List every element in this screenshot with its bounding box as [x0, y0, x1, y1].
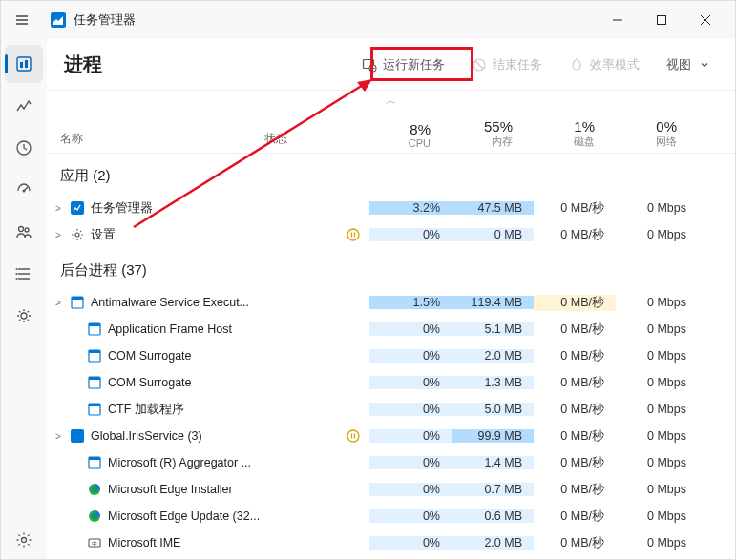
process-row[interactable]: >任务管理器3.2%47.5 MB0 MB/秒0 Mbps — [47, 195, 735, 221]
process-row[interactable]: >Antimalware Service Execut...1.5%119.4 … — [47, 289, 735, 316]
cell-cpu: 0% — [369, 349, 452, 363]
cell-disk: 0 MB/秒 — [534, 348, 616, 364]
expand-icon[interactable]: > — [51, 298, 66, 308]
svg-text:中: 中 — [92, 541, 97, 547]
cell-mem: 2.0 MB — [452, 349, 534, 363]
svg-point-30 — [347, 430, 359, 442]
expand-icon[interactable]: > — [51, 431, 66, 442]
sidebar-item-processes[interactable] — [5, 45, 43, 83]
cell-net: 0 Mbps — [616, 376, 698, 389]
process-icon — [70, 200, 85, 216]
svg-rect-0 — [658, 16, 666, 25]
cell-cpu: 0% — [369, 509, 452, 523]
minimize-button[interactable] — [596, 5, 640, 35]
process-row[interactable]: Microsoft Edge Update (32...0%0.6 MB0 MB… — [47, 503, 735, 529]
process-name: CTF 加载程序 — [108, 402, 280, 418]
header-name[interactable]: 名称 — [47, 110, 264, 153]
run-label: 运行新任务 — [383, 56, 445, 73]
status-icon — [280, 429, 369, 443]
cell-cpu: 0% — [369, 536, 452, 550]
cell-net: 0 Mbps — [616, 349, 698, 363]
cell-disk: 0 MB/秒 — [534, 535, 616, 551]
process-row[interactable]: >设置0%0 MB0 MB/秒0 Mbps — [47, 221, 735, 248]
cell-mem: 99.9 MB — [452, 429, 534, 443]
process-name: Microsoft IME — [108, 536, 280, 550]
header-net[interactable]: 0%网络 — [606, 110, 688, 153]
process-list[interactable]: 应用 (2)>任务管理器3.2%47.5 MB0 MB/秒0 Mbps>设置0%… — [47, 154, 735, 559]
app-icon — [51, 12, 66, 28]
svg-point-12 — [22, 538, 27, 543]
cell-cpu: 0% — [369, 228, 452, 241]
svg-point-17 — [75, 233, 79, 237]
process-icon — [87, 482, 102, 497]
cell-disk: 0 MB/秒 — [534, 321, 616, 338]
cell-net: 0 Mbps — [616, 201, 698, 215]
svg-point-7 — [25, 228, 29, 232]
end-task-button[interactable]: 结束任务 — [466, 52, 548, 77]
cell-net: 0 Mbps — [616, 322, 698, 336]
cell-mem: 0.7 MB — [452, 483, 534, 496]
process-name: 设置 — [91, 227, 280, 243]
process-row[interactable]: COM Surrogate0%2.0 MB0 MB/秒0 Mbps — [47, 342, 735, 369]
cell-disk: 0 MB/秒 — [534, 200, 616, 217]
cell-disk: 0 MB/秒 — [534, 482, 616, 498]
app-title: 任务管理器 — [74, 11, 136, 29]
cell-cpu: 0% — [369, 456, 452, 469]
sidebar-item-settings[interactable] — [5, 521, 43, 559]
chevron-down-icon — [697, 57, 712, 73]
cell-disk: 0 MB/秒 — [534, 428, 616, 445]
view-dropdown[interactable]: 视图 — [661, 52, 718, 77]
efficiency-mode-button[interactable]: 效率模式 — [563, 52, 645, 77]
cell-net: 0 Mbps — [616, 296, 698, 309]
run-new-task-button[interactable]: 运行新任务 — [356, 52, 451, 77]
cell-disk: 0 MB/秒 — [534, 295, 616, 311]
header-cpu[interactable]: 8%CPU — [360, 110, 442, 153]
eff-label: 效率模式 — [590, 56, 640, 73]
sidebar-item-users[interactable] — [5, 213, 43, 251]
process-row[interactable]: CTF 加载程序0%5.0 MB0 MB/秒0 Mbps — [47, 396, 735, 423]
cell-cpu: 3.2% — [369, 201, 452, 215]
process-icon — [70, 428, 85, 444]
process-row[interactable]: Microsoft Network Realtim...0%1.3 MB0 MB… — [47, 556, 735, 559]
header-mem[interactable]: 55%内存 — [442, 110, 524, 153]
cell-net: 0 Mbps — [616, 509, 698, 523]
process-icon — [70, 227, 85, 242]
cell-cpu: 1.5% — [369, 296, 452, 309]
expand-icon[interactable]: > — [51, 203, 66, 214]
header-status[interactable]: 状态 — [264, 110, 360, 153]
process-row[interactable]: Microsoft (R) Aggregator ...0%1.4 MB0 MB… — [47, 449, 735, 476]
sidebar-item-performance[interactable] — [5, 87, 43, 125]
window: 任务管理器 进程 运行新任务 — [0, 0, 736, 560]
process-icon — [87, 348, 102, 363]
collapse-handle[interactable]: ︿ — [47, 91, 735, 110]
process-name: Microsoft Edge Installer — [108, 483, 280, 496]
process-row[interactable]: >Global.IrisService (3)0%99.9 MB0 MB/秒0 … — [47, 423, 735, 449]
maximize-button[interactable] — [640, 5, 683, 35]
process-icon — [87, 321, 102, 337]
sidebar-item-services[interactable] — [5, 297, 43, 335]
svg-point-9 — [16, 273, 18, 275]
cell-mem: 1.4 MB — [452, 456, 534, 469]
cell-mem: 0 MB — [452, 228, 534, 241]
svg-point-11 — [21, 313, 27, 319]
cell-cpu: 0% — [369, 403, 452, 416]
svg-rect-2 — [20, 62, 23, 68]
process-name: Microsoft Edge Update (32... — [108, 509, 280, 523]
svg-point-6 — [19, 227, 24, 232]
process-row[interactable]: COM Surrogate0%1.3 MB0 MB/秒0 Mbps — [47, 369, 735, 396]
cell-mem: 0.6 MB — [452, 509, 534, 523]
header-disk[interactable]: 1%磁盘 — [524, 110, 606, 153]
sidebar-item-startup[interactable] — [5, 171, 43, 209]
process-row[interactable]: 中Microsoft IME0%2.0 MB0 MB/秒0 Mbps — [47, 529, 735, 556]
svg-rect-3 — [25, 60, 28, 68]
close-button[interactable] — [683, 5, 727, 35]
hamburger-button[interactable] — [9, 7, 35, 33]
cell-net: 0 Mbps — [616, 536, 698, 550]
process-row[interactable]: Microsoft Edge Installer0%0.7 MB0 MB/秒0 … — [47, 476, 735, 503]
column-headers: 名称 状态 8%CPU 55%内存 1%磁盘 0%网络 — [47, 110, 735, 154]
cell-net: 0 Mbps — [616, 403, 698, 416]
sidebar-item-details[interactable] — [5, 255, 43, 293]
sidebar-item-history[interactable] — [5, 129, 43, 167]
process-row[interactable]: Application Frame Host0%5.1 MB0 MB/秒0 Mb… — [47, 316, 735, 342]
expand-icon[interactable]: > — [51, 230, 66, 240]
